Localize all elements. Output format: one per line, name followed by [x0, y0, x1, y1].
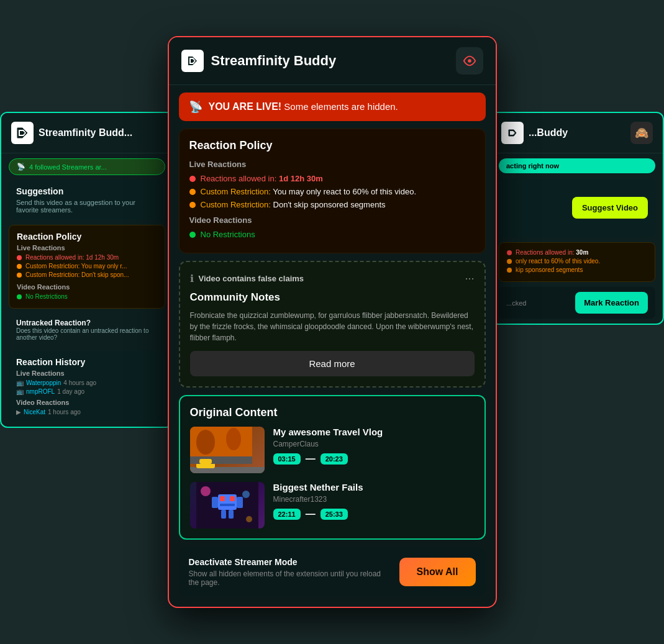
- desert-svg: [190, 427, 252, 464]
- svg-point-3: [196, 430, 215, 455]
- right-acting-bar: acting right now: [499, 158, 655, 173]
- eye-hidden-icon: 🙈: [635, 126, 648, 140]
- svg-rect-14: [221, 510, 226, 519]
- policy-custom2-val: Don't skip sponsored segments: [271, 200, 386, 209]
- policy-custom1-key: Custom Restriction:: [201, 187, 271, 196]
- video-author-1: CamperClaus: [273, 440, 475, 448]
- live-banner: 📡 YOU ARE LIVE! Some elements are hidden…: [179, 93, 486, 121]
- radio-wave-icon: 📡: [189, 100, 202, 114]
- footer-subtitle: Show all hidden elements of the extensio…: [189, 569, 389, 587]
- community-notes-title: Community Notes: [190, 291, 475, 304]
- timestamp-end-1: 20:23: [321, 453, 348, 465]
- policy-item-allowed: Reactions allowed in: 1d 12h 30m: [189, 174, 475, 183]
- policy-custom2-key: Custom Restriction:: [201, 200, 271, 209]
- left-suggestion-section: Suggestion Send this video as a suggesti…: [9, 180, 165, 220]
- right-header: ...Buddy 🙈: [491, 113, 663, 153]
- policy-allowed-val: 1d 12h 30m: [276, 174, 322, 183]
- popup-logo: [181, 50, 204, 72]
- right-eye-button[interactable]: 🙈: [630, 122, 653, 144]
- original-content-title: Original Content: [190, 406, 475, 419]
- live-banner-bold: YOU ARE LIVE!: [209, 101, 282, 112]
- right-background-panel: ...Buddy 🙈 acting right now Suggest Vide…: [490, 112, 664, 325]
- right-title: ...Buddy: [529, 127, 568, 138]
- svg-point-17: [242, 491, 250, 498]
- svg-rect-9: [220, 496, 225, 501]
- footer-title: Deactivate Streamer Mode: [189, 557, 389, 567]
- svg-point-18: [246, 516, 252, 522]
- policy-custom1-val: You may only react to 60% of this video.: [271, 187, 416, 196]
- video-reactions-label: Video Reactions: [189, 215, 475, 225]
- svg-rect-11: [220, 504, 235, 506]
- nether-svg: [196, 482, 258, 528]
- info-icon: ℹ: [190, 273, 194, 284]
- svg-rect-5: [190, 456, 252, 464]
- radio-icon: 📡: [17, 163, 25, 171]
- suggestion-title: Suggestion: [16, 186, 158, 196]
- community-header: ℹ Video contains false claims ···: [190, 272, 475, 285]
- mark-reaction-button[interactable]: Mark Reaction: [575, 292, 648, 314]
- suggest-video-button[interactable]: Suggest Video: [572, 197, 648, 219]
- left-rp-title: Reaction Policy: [17, 232, 157, 242]
- left-react-item3: Custom Restriction: Don't skip spon...: [17, 271, 157, 278]
- left-reaction-policy: Reaction Policy Live Reactions Reactions…: [9, 225, 165, 309]
- left-header: Streamfinity Budd...: [1, 113, 173, 153]
- svg-rect-12: [212, 497, 218, 508]
- left-video-item1: No Restrictions: [17, 293, 157, 300]
- policy-item-custom1: Custom Restriction: You may only react t…: [189, 187, 475, 196]
- video-author-2: Minecrafter1323: [273, 495, 475, 504]
- footer-text: Deactivate Streamer Mode Show all hidden…: [189, 557, 389, 587]
- policy-allowed-key: Reactions allowed in:: [201, 174, 277, 183]
- nether-thumb: [190, 482, 265, 528]
- right-untracked-section: ...cked Mark Reaction: [499, 287, 655, 319]
- reaction-policy-title: Reaction Policy: [189, 139, 475, 152]
- video-timestamps-1: 03:15 — 20:23: [273, 453, 475, 465]
- left-live-label: Live Reactions: [17, 244, 157, 252]
- timestamp-start-2: 22:11: [273, 509, 301, 520]
- community-menu-button[interactable]: ···: [465, 272, 474, 285]
- eye-icon: [463, 54, 476, 68]
- left-title: Streamfinity Budd...: [39, 127, 132, 138]
- left-react-item2: Custom Restriction: You may only r...: [17, 263, 157, 270]
- policy-no-restrict: No Restrictions: [201, 230, 255, 239]
- live-banner-rest: Some elements are hidden.: [284, 101, 398, 112]
- community-note-title: Video contains false claims: [199, 274, 304, 283]
- right-reaction-section: Reactions allowed in: 30m only react to …: [499, 242, 655, 282]
- svg-rect-15: [229, 510, 234, 519]
- main-popup: Streamfinity Buddy 📡 YOU ARE LIVE! Some …: [168, 36, 497, 608]
- left-logo: [11, 122, 34, 144]
- left-background-panel: Streamfinity Budd... 📡 4 followed Stream…: [0, 112, 174, 428]
- popup-title: Streamfinity Buddy: [211, 53, 337, 69]
- popup-eye-button[interactable]: [456, 47, 483, 75]
- dot-green: [189, 232, 196, 238]
- left-untracked-section: Untracked Reaction? Does this video cont…: [9, 314, 165, 346]
- timestamp-start-1: 03:15: [273, 453, 301, 465]
- svg-rect-6: [199, 459, 212, 464]
- suggestion-text: Send this video as a suggestion to your …: [16, 199, 158, 214]
- community-notes-card: ℹ Video contains false claims ··· Commun…: [179, 261, 486, 388]
- show-all-button[interactable]: Show All: [399, 558, 476, 586]
- live-reactions-label: Live Reactions: [189, 160, 475, 169]
- video-title-1: My awesome Travel Vlog: [273, 427, 475, 437]
- dot-orange2: [189, 202, 196, 208]
- timestamp-dash-2: —: [306, 509, 316, 520]
- svg-rect-10: [230, 496, 235, 501]
- dot-red: [189, 176, 196, 182]
- policy-item-custom2: Custom Restriction: Don't skip sponsored…: [189, 200, 475, 209]
- video-thumbnail-2: [190, 482, 265, 528]
- read-more-button[interactable]: Read more: [190, 351, 475, 376]
- video-thumbnail-1: [190, 427, 265, 473]
- popup-header: Streamfinity Buddy: [169, 37, 496, 85]
- svg-point-16: [201, 486, 211, 496]
- svg-point-1: [468, 59, 471, 63]
- left-history-section: Reaction History Live Reactions 📺 Waterp…: [9, 351, 165, 422]
- policy-item-no-restrict: No Restrictions: [189, 230, 475, 239]
- dot-orange1: [189, 189, 196, 195]
- video-timestamps-2: 22:11 — 25:33: [273, 509, 475, 520]
- right-suggest-section: Suggest Video: [499, 178, 655, 237]
- svg-point-4: [226, 428, 241, 450]
- reaction-policy-card: Reaction Policy Live Reactions Reactions…: [179, 129, 486, 253]
- travel-thumb: [190, 427, 265, 473]
- video-item-1: My awesome Travel Vlog CamperClaus 03:15…: [190, 427, 475, 473]
- footer-section: Deactivate Streamer Mode Show all hidden…: [179, 547, 486, 597]
- svg-rect-13: [237, 497, 243, 508]
